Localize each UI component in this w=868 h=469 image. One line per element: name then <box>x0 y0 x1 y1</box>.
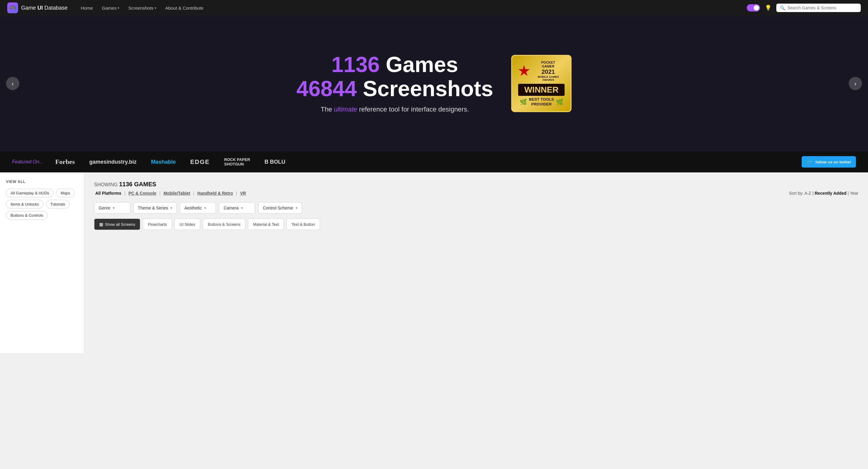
showing-header: SHOWING 1136 GAMES <box>94 181 858 188</box>
hero-subtitle: The ultimate reference tool for interfac… <box>297 104 493 114</box>
grid-icon: ▦ <box>99 222 103 227</box>
sidebar-tags: All Gameplay & HUDs Maps Items & Unlocks… <box>6 189 78 220</box>
tab-flowcharts[interactable]: Flowcharts <box>143 219 172 230</box>
chevron-down-icon: ▾ <box>155 6 156 10</box>
screenshots-count: 46844 <box>297 76 357 101</box>
tab-text-button-label: Text & Button <box>292 222 315 227</box>
hero-text: 1136 Games 46844 Screenshots The ultimat… <box>297 53 493 114</box>
twitter-follow-button[interactable]: 🐦 follow us on twitter <box>802 156 856 168</box>
games-label: Games <box>386 53 458 76</box>
nav-about[interactable]: About & Contribute <box>162 4 207 12</box>
filter-camera[interactable]: Camera ▾ <box>219 202 255 214</box>
tab-buttons-screens-label: Buttons & Screens <box>208 222 240 227</box>
sidebar-tag-buttons-controls[interactable]: Buttons & Controls <box>6 211 48 220</box>
brand[interactable]: 🎮 Game UI Database <box>7 2 67 13</box>
theme-toggle[interactable] <box>747 4 760 11</box>
tab-flowcharts-label: Flowcharts <box>148 222 167 227</box>
laurel-right-icon: 🌿 <box>556 98 563 105</box>
main-container: VIEW ALL All Gameplay & HUDs Maps Items … <box>0 172 868 353</box>
pg-star-icon <box>518 65 530 77</box>
tab-material-text[interactable]: Material & Text <box>248 219 284 230</box>
chevron-down-icon: ▾ <box>170 206 172 210</box>
sidebar-tag-maps[interactable]: Maps <box>56 189 75 197</box>
mashable-logo: Mashable <box>151 159 176 165</box>
navbar-right: 💡 🔍 <box>747 4 861 12</box>
sort-recently-added[interactable]: Recently Added <box>815 191 846 196</box>
chevron-down-icon: ▾ <box>241 206 243 210</box>
sidebar-tag-items-unlocks[interactable]: Items & Unlocks <box>6 200 43 209</box>
sidebar-title: VIEW ALL <box>6 180 78 184</box>
chevron-down-icon: ▾ <box>118 6 119 10</box>
pg-brand: POCKETGAMER 2021 MOBILE GAMES AWARDS <box>532 61 565 81</box>
tab-material-text-label: Material & Text <box>253 222 279 227</box>
edge-logo: EDGE <box>190 159 210 165</box>
platform-pc-console[interactable]: PC & Console <box>127 190 158 196</box>
platform-vr[interactable]: VR <box>239 190 247 196</box>
navbar: 🎮 Game UI Database Home Games ▾ Screensh… <box>0 0 868 16</box>
tab-buttons-screens[interactable]: Buttons & Screens <box>203 219 246 230</box>
platform-handheld-retro[interactable]: Handheld & Retro <box>196 190 234 196</box>
hero-prev-button[interactable]: ‹ <box>6 77 19 90</box>
platform-filters: All Platforms | PC & Console | Mobile/Ta… <box>94 190 858 196</box>
bolu-logo: B BOLU <box>265 159 285 165</box>
platform-links: All Platforms | PC & Console | Mobile/Ta… <box>94 190 247 196</box>
sort-az[interactable]: A-Z <box>804 191 811 196</box>
sidebar: VIEW ALL All Gameplay & HUDs Maps Items … <box>0 172 85 353</box>
tab-ui-slides-label: UI Slides <box>180 222 195 227</box>
filter-aesthetic[interactable]: Aesthetic ▾ <box>180 202 216 214</box>
filter-dropdowns: Genre ▾ Theme & Series ▾ Aesthetic ▾ Cam… <box>94 202 858 214</box>
tab-text-button[interactable]: Text & Button <box>286 219 320 230</box>
nav-links: Home Games ▾ Screenshots ▾ About & Contr… <box>77 4 747 12</box>
sort-year[interactable]: Year <box>850 191 858 196</box>
award-event: MOBILE GAMES AWARDS <box>532 75 565 81</box>
tab-show-all-label: Show all Screens <box>105 222 135 227</box>
gamesindustry-logo: gamesindustry.biz <box>89 159 136 165</box>
filter-aesthetic-label: Aesthetic <box>184 206 202 210</box>
search-box: 🔍 <box>776 4 861 12</box>
hero-section: ‹ 1136 Games 46844 Screenshots The ultim… <box>0 16 868 151</box>
forbes-logo: Forbes <box>55 158 75 166</box>
games-area: SHOWING 1136 GAMES All Platforms | PC & … <box>85 172 868 353</box>
award-desc: BEST TOOLS PROVIDER <box>529 97 554 106</box>
brand-text: Game UI Database <box>21 5 67 11</box>
filter-genre-label: Genre <box>99 206 111 210</box>
filter-camera-label: Camera <box>223 206 239 210</box>
laurel-left-icon: 🌿 <box>520 98 527 105</box>
filter-theme-label: Theme & Series <box>138 206 168 210</box>
platform-all[interactable]: All Platforms <box>94 190 122 196</box>
chevron-down-icon: ▾ <box>204 206 206 210</box>
award-badge: POCKETGAMER 2021 MOBILE GAMES AWARDS WIN… <box>511 55 571 112</box>
sidebar-tag-tutorials[interactable]: Tutorials <box>46 200 70 209</box>
sort-area: Sort by: A-Z | Recently Added | Year <box>789 191 858 196</box>
hero-stats: 1136 Games 46844 Screenshots <box>297 53 493 100</box>
award-header: POCKETGAMER 2021 MOBILE GAMES AWARDS <box>518 61 565 81</box>
hero-content: 1136 Games 46844 Screenshots The ultimat… <box>297 53 571 114</box>
search-icon: 🔍 <box>780 5 785 10</box>
games-count: 1136 <box>332 53 380 76</box>
platform-mobile-tablet[interactable]: Mobile/Tablet <box>162 190 191 196</box>
featured-bar: Featured On... Forbes gamesindustry.biz … <box>0 151 868 172</box>
screen-tabs: ▦ Show all Screens Flowcharts UI Slides … <box>94 219 858 230</box>
filter-theme-series[interactable]: Theme & Series ▾ <box>133 202 177 214</box>
lightbulb-icon[interactable]: 💡 <box>765 4 772 11</box>
nav-games[interactable]: Games ▾ <box>98 4 123 12</box>
twitter-icon: 🐦 <box>806 159 813 165</box>
chevron-down-icon: ▾ <box>296 206 298 210</box>
tab-show-all-screens[interactable]: ▦ Show all Screens <box>94 219 140 230</box>
rps-logo: ROCK PAPERSHOTGUN <box>224 157 250 166</box>
featured-logos: Forbes gamesindustry.biz Mashable EDGE R… <box>55 157 789 166</box>
nav-screenshots[interactable]: Screenshots ▾ <box>125 4 159 12</box>
chevron-down-icon: ▾ <box>113 206 115 210</box>
brand-logo: 🎮 <box>7 2 18 13</box>
filter-control-label: Control Scheme <box>263 206 293 210</box>
featured-label: Featured On... <box>12 159 43 165</box>
twitter-label: follow us on twitter <box>815 160 851 164</box>
hero-next-button[interactable]: › <box>849 77 862 90</box>
nav-home[interactable]: Home <box>77 4 96 12</box>
filter-genre[interactable]: Genre ▾ <box>94 202 130 214</box>
sidebar-tag-gameplay-huds[interactable]: All Gameplay & HUDs <box>6 189 54 197</box>
filter-control-scheme[interactable]: Control Scheme ▾ <box>258 202 302 214</box>
search-input[interactable] <box>787 5 857 10</box>
screenshots-label: Screenshots <box>363 76 493 101</box>
tab-ui-slides[interactable]: UI Slides <box>174 219 200 230</box>
